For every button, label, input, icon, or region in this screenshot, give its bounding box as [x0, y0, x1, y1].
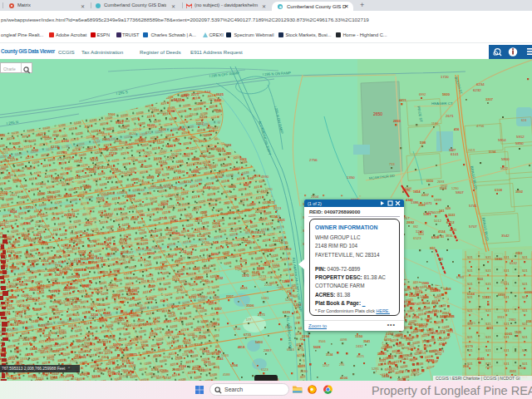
svg-text:640: 640 [199, 368, 205, 372]
svg-text:1148: 1148 [42, 347, 48, 350]
svg-text:4923: 4923 [139, 140, 145, 143]
svg-text:163: 163 [17, 147, 24, 151]
svg-text:6492: 6492 [106, 212, 114, 216]
svg-text:5964: 5964 [138, 229, 145, 232]
svg-text:1477: 1477 [181, 190, 190, 194]
svg-text:5807: 5807 [151, 374, 160, 378]
svg-text:1719: 1719 [26, 205, 34, 209]
svg-text:3468: 3468 [96, 242, 104, 246]
svg-text:416: 416 [454, 127, 460, 131]
svg-text:4006: 4006 [340, 376, 348, 380]
svg-text:2440: 2440 [232, 168, 239, 171]
svg-text:3692: 3692 [515, 190, 524, 194]
svg-text:5481: 5481 [193, 268, 200, 271]
svg-text:527: 527 [101, 259, 107, 263]
svg-text:406: 406 [153, 319, 160, 323]
svg-text:2887: 2887 [264, 348, 272, 352]
svg-text:5291: 5291 [121, 254, 129, 259]
svg-text:5902: 5902 [126, 361, 135, 365]
svg-text:232: 232 [106, 176, 111, 180]
svg-text:2514: 2514 [411, 336, 418, 339]
svg-text:1273: 1273 [195, 219, 203, 223]
svg-text:4207: 4207 [171, 304, 180, 308]
svg-text:5636: 5636 [202, 240, 210, 244]
svg-text:5268: 5268 [285, 298, 293, 302]
svg-text:1870: 1870 [242, 273, 249, 278]
svg-text:458: 458 [224, 253, 229, 256]
svg-text:5012: 5012 [434, 219, 442, 223]
svg-text:3537: 3537 [67, 245, 75, 249]
svg-text:2458: 2458 [177, 332, 185, 336]
svg-text:5028: 5028 [313, 345, 321, 349]
svg-text:2161: 2161 [66, 373, 74, 377]
svg-text:1484: 1484 [382, 374, 390, 378]
svg-text:4764: 4764 [114, 319, 122, 323]
svg-text:5186: 5186 [23, 139, 32, 143]
svg-text:1862: 1862 [58, 301, 66, 305]
svg-text:6141: 6141 [159, 267, 167, 271]
svg-text:5788: 5788 [151, 367, 159, 372]
svg-text:2457: 2457 [75, 175, 83, 180]
svg-text:1385: 1385 [33, 308, 41, 312]
svg-text:4694: 4694 [426, 359, 432, 362]
svg-text:2363: 2363 [515, 252, 522, 255]
svg-text:5044: 5044 [90, 287, 98, 291]
svg-text:4165: 4165 [189, 295, 197, 299]
svg-text:1550: 1550 [355, 334, 363, 338]
svg-text:856: 856 [171, 98, 178, 102]
svg-text:3111: 3111 [150, 331, 157, 335]
svg-text:6712: 6712 [446, 220, 455, 224]
svg-text:3223: 3223 [448, 214, 455, 217]
svg-text:598: 598 [420, 140, 426, 145]
svg-text:1396: 1396 [402, 188, 411, 192]
svg-text:4316: 4316 [146, 297, 155, 301]
svg-text:860: 860 [430, 246, 436, 250]
svg-text:4763: 4763 [80, 372, 88, 377]
svg-text:1414: 1414 [57, 330, 65, 334]
svg-text:3592: 3592 [160, 149, 168, 153]
svg-text:3234: 3234 [91, 313, 99, 317]
svg-text:4713: 4713 [74, 186, 82, 190]
svg-text:2983: 2983 [15, 310, 23, 314]
svg-text:5295: 5295 [372, 367, 379, 371]
svg-text:6025: 6025 [216, 92, 224, 96]
svg-text:1394: 1394 [195, 161, 202, 165]
svg-text:3395: 3395 [12, 179, 19, 182]
svg-text:574: 574 [130, 198, 135, 201]
svg-text:902: 902 [430, 287, 436, 291]
svg-text:4989: 4989 [17, 169, 24, 173]
svg-text:2569: 2569 [14, 257, 21, 260]
svg-text:2271: 2271 [191, 92, 200, 96]
svg-text:3802: 3802 [148, 140, 155, 144]
svg-text:733: 733 [389, 162, 395, 166]
svg-text:1523: 1523 [67, 212, 76, 216]
svg-text:2204: 2204 [101, 355, 109, 359]
svg-text:1534: 1534 [111, 167, 119, 171]
svg-text:4560: 4560 [71, 282, 78, 285]
svg-text:4961: 4961 [87, 254, 94, 257]
svg-text:1054: 1054 [196, 306, 204, 310]
svg-text:177: 177 [246, 318, 252, 322]
svg-text:5914: 5914 [498, 138, 506, 142]
svg-text:6515: 6515 [298, 364, 306, 368]
svg-text:5631: 5631 [150, 106, 157, 111]
svg-text:6016: 6016 [120, 241, 128, 245]
svg-text:1276: 1276 [79, 305, 86, 309]
svg-text:6034: 6034 [175, 272, 184, 276]
svg-text:2276: 2276 [52, 134, 59, 137]
svg-text:1051: 1051 [86, 148, 92, 151]
svg-text:2249: 2249 [137, 188, 145, 192]
svg-text:1072: 1072 [117, 227, 126, 231]
svg-text:4234: 4234 [60, 358, 67, 362]
svg-text:5284: 5284 [9, 295, 17, 299]
svg-text:4787: 4787 [411, 373, 417, 377]
svg-text:341: 341 [438, 258, 443, 261]
svg-text:2330: 2330 [62, 139, 70, 143]
svg-text:585: 585 [76, 339, 81, 342]
svg-text:2892: 2892 [126, 226, 135, 230]
svg-text:1180: 1180 [431, 121, 439, 126]
svg-text:5088: 5088 [224, 144, 231, 147]
svg-text:3542: 3542 [501, 234, 510, 238]
svg-text:5874: 5874 [184, 283, 191, 286]
svg-text:4768: 4768 [178, 127, 186, 131]
